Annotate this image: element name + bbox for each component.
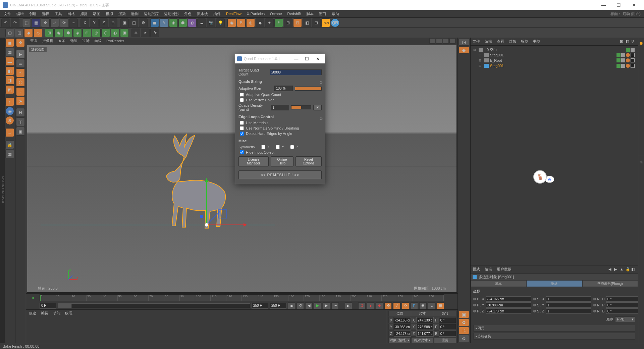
- xp-icon-5[interactable]: ⊡: [293, 18, 302, 27]
- reshift-label[interactable]: 对象管理: [638, 38, 644, 42]
- adaptive-size-input[interactable]: [274, 86, 293, 91]
- qr-icon[interactable]: QR: [331, 18, 339, 27]
- next-frame-icon[interactable]: ▶: [323, 302, 330, 309]
- remesh-button[interactable]: << REMESH IT ! >>: [238, 170, 322, 179]
- coord-system-icon[interactable]: ⊕: [109, 18, 117, 27]
- pen-tool-icon[interactable]: ✎: [160, 18, 168, 27]
- mattab-纹理[interactable]: 纹理: [65, 311, 72, 316]
- redo-icon[interactable]: ↷: [11, 18, 19, 27]
- lasso-icon[interactable]: ⟲: [16, 68, 25, 77]
- key-param-icon[interactable]: P: [411, 302, 418, 309]
- density-slider[interactable]: [291, 105, 311, 109]
- dialog-close-icon[interactable]: ✕: [312, 56, 323, 61]
- vpmenu-过滤[interactable]: 过滤: [80, 38, 92, 43]
- vp-icon-1[interactable]: [429, 38, 435, 44]
- rect-select-icon[interactable]: ▭: [16, 59, 25, 68]
- use-normals-check[interactable]: [240, 126, 244, 130]
- rc-icon-2[interactable]: ◆: [459, 46, 469, 54]
- vpmenu-摄像机[interactable]: 摄像机: [40, 38, 55, 43]
- layout-label[interactable]: 界面： 启动 (用户): [608, 11, 643, 17]
- environment-icon[interactable]: ☁: [197, 18, 206, 27]
- vpmenu-面板[interactable]: 面板: [92, 38, 104, 43]
- menu-角色[interactable]: 角色: [182, 11, 194, 17]
- point-mode-icon[interactable]: ◨: [5, 76, 14, 85]
- menu-RealFlow[interactable]: RealFlow: [224, 11, 244, 16]
- attrtab-模式[interactable]: 模式: [473, 267, 480, 272]
- rc-icon-1[interactable]: ◳: [459, 38, 469, 46]
- object-mode-icon[interactable]: ◧: [5, 66, 14, 75]
- attr-lock-icon[interactable]: 🔒: [626, 267, 630, 272]
- move-tool-icon[interactable]: ✥: [41, 18, 50, 27]
- vpmenu-查看[interactable]: 查看: [28, 38, 40, 43]
- menu-窗口[interactable]: 窗口: [317, 11, 329, 17]
- timeline-slider[interactable]: [58, 303, 250, 308]
- density-input[interactable]: [271, 105, 289, 110]
- scale-tool-icon[interactable]: ⤢: [50, 18, 59, 27]
- menu-捕捉[interactable]: 捕捉: [78, 11, 90, 17]
- mograph-2[interactable]: ◉: [54, 29, 63, 37]
- transform-gizmo[interactable]: [200, 178, 247, 232]
- coord-PY[interactable]: [486, 302, 531, 308]
- xp-icon-7[interactable]: ⊟: [312, 18, 321, 27]
- edit-tool-3[interactable]: ◆: [24, 29, 33, 37]
- goto-end-icon[interactable]: ⏭: [345, 302, 352, 309]
- cfoot-1[interactable]: 绝对尺寸 ▾: [411, 337, 433, 343]
- plugin-icon-1[interactable]: ◉: [227, 18, 236, 27]
- menu-渲染[interactable]: 渲染: [116, 11, 128, 17]
- menu-工具[interactable]: 工具: [52, 11, 64, 17]
- menu-雕刻[interactable]: 雕刻: [129, 11, 141, 17]
- subtab-0[interactable]: 基本: [471, 280, 526, 287]
- arrow2-icon[interactable]: ➤: [16, 97, 25, 105]
- rc-icon-5[interactable]: =1: [459, 327, 469, 334]
- subtab-2[interactable]: 平滑着色(Phong): [582, 280, 638, 287]
- menu-流水线[interactable]: 流水线: [195, 11, 210, 17]
- workplane-icon[interactable]: ▬: [5, 57, 14, 66]
- poly-select-icon[interactable]: ⬡: [16, 78, 25, 87]
- xp-icon-3[interactable]: ᵝ: [274, 18, 283, 27]
- edit-tool-2[interactable]: ◫: [15, 29, 23, 37]
- cog-icon-2[interactable]: ⚙: [319, 116, 323, 121]
- coord-PX[interactable]: [486, 296, 531, 302]
- minimize-button[interactable]: —: [596, 0, 611, 10]
- key-pla-icon[interactable]: ◉: [419, 302, 427, 309]
- axis-toggle-icon[interactable]: ↕: [5, 97, 14, 106]
- timeline-ruler[interactable]: 0102030405060708090100110120130140150160…: [40, 294, 444, 301]
- mograph-9[interactable]: ▣: [120, 29, 129, 37]
- edge-mode-icon[interactable]: ◩: [5, 85, 14, 94]
- attrtab-编辑[interactable]: 编辑: [485, 267, 492, 272]
- online-help-button[interactable]: Online Help: [271, 156, 293, 166]
- deformer-icon[interactable]: ◐: [188, 18, 197, 27]
- edit-tool-4[interactable]: ◇: [34, 29, 42, 37]
- attr-fold-0[interactable]: 四元: [473, 325, 635, 332]
- brush-icon[interactable]: ⟋: [16, 87, 25, 96]
- object-list[interactable]: ⊟L0 空白⊞Stag001⊞b_Root⊞Stag001: [471, 46, 638, 265]
- prev-key-icon[interactable]: ⟲: [297, 302, 304, 309]
- axis-y-icon[interactable]: Y: [90, 18, 99, 27]
- objtab-查看[interactable]: 查看: [497, 39, 504, 44]
- use-vertex-check[interactable]: [240, 98, 244, 102]
- axis-x-icon[interactable]: X: [80, 18, 89, 27]
- dyn-2[interactable]: ✴: [141, 29, 150, 37]
- psr-icon[interactable]: PSR: [321, 18, 330, 27]
- undo-icon[interactable]: ↶: [1, 18, 10, 27]
- coord-PZ[interactable]: [486, 308, 531, 314]
- arrow-icon[interactable]: ▶: [16, 50, 25, 58]
- face-icon[interactable]: ▣: [16, 127, 25, 136]
- menu-插件[interactable]: 插件: [211, 11, 223, 17]
- sym-y-check[interactable]: [276, 145, 280, 149]
- snap-s-icon[interactable]: S: [5, 116, 14, 125]
- close-button[interactable]: ✕: [626, 0, 641, 10]
- menu-Redshift[interactable]: Redshift: [285, 11, 303, 16]
- key-pos-icon[interactable]: ✥: [384, 302, 392, 309]
- key-scale-icon[interactable]: ⤢: [393, 302, 400, 309]
- mograph-6[interactable]: ◎: [92, 29, 101, 37]
- menu-运动图形[interactable]: 运动图形: [162, 11, 181, 17]
- key-opts-icon[interactable]: ≡: [428, 302, 435, 309]
- vp-icon-2[interactable]: [436, 38, 442, 44]
- objtab-书签[interactable]: 书签: [533, 39, 540, 44]
- menu-帮助[interactable]: 帮助: [329, 11, 341, 17]
- objtab-标签[interactable]: 标签: [521, 39, 528, 44]
- axis-z-icon[interactable]: Z: [99, 18, 108, 27]
- frame-max-l[interactable]: [252, 303, 268, 309]
- cfoot-2[interactable]: 应用: [434, 337, 456, 343]
